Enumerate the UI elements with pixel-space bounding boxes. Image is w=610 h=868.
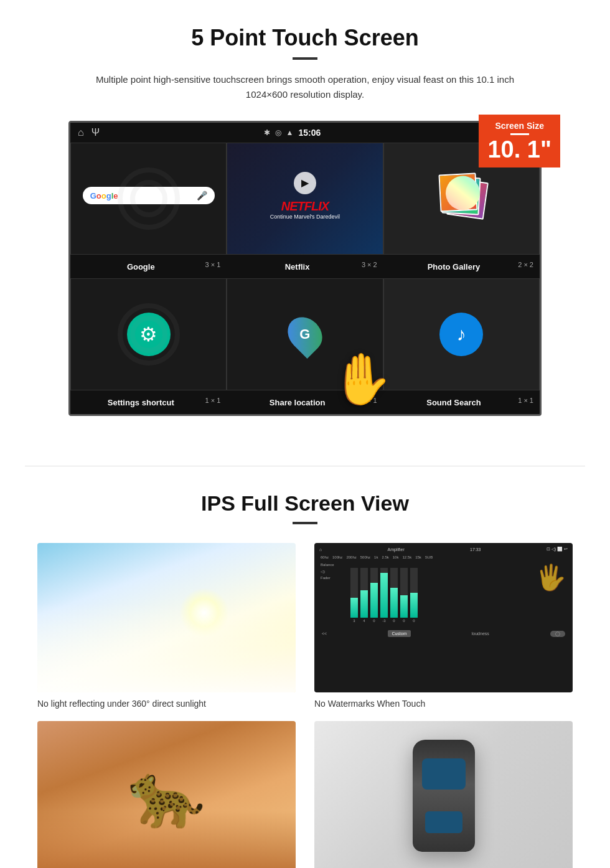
feature-amplifier: ⌂ Amplifier 17:33 ⊡ ◁) ⬜ ↩ 60hz100hz200h… [314,543,573,709]
amp-hand-icon: 🖐 [535,563,566,592]
bluetooth-icon: ✱ [264,128,270,137]
app-grid-row1: Google 🎤 ▶ NETFLIX [70,143,540,255]
netflix-subtitle: Continue Marvel's Daredevil [270,214,340,220]
signal-icon: ▲ [286,128,294,137]
app-cell-google[interactable]: Google 🎤 [70,143,227,255]
gallery-app-name: Photo Gallery [428,262,481,271]
amplifier-image: ⌂ Amplifier 17:33 ⊡ ◁) ⬜ ↩ 60hz100hz200h… [314,543,573,692]
location-icon: ◎ [275,128,281,137]
amp-time: 17:33 [470,547,481,552]
app-label-sound: Sound Search 1 × 1 [383,394,540,410]
car-shape [413,740,475,852]
sunlight-label: No light reflecting under 360° direct su… [37,699,296,709]
sound-app-size: 1 × 1 [518,397,533,404]
section-divider-line [25,466,585,466]
badge-size: 10. 1" [487,136,551,163]
badge-title: Screen Size [487,121,551,131]
car-windshield [422,758,466,790]
cheetah-bg: 🐆 [37,721,296,868]
usb-icon: Ψ [92,127,100,138]
section1-title: 5 Point Touch Screen [37,25,573,51]
gallery-app-size: 2 × 2 [518,261,533,268]
feature-sunlight: No light reflecting under 360° direct su… [37,543,296,709]
section-ips: IPS Full Screen View No light reflecting… [0,491,610,868]
netflix-app-name: Netflix [285,262,310,271]
status-bar-left: ⌂ Ψ [78,127,100,138]
status-bar-center: ✱ ◎ ▲ 15:06 [264,128,321,138]
status-time: 15:06 [298,128,321,138]
badge-divider [510,133,529,135]
screen-size-badge: Screen Size 10. 1" [479,115,560,167]
section1-description: Multiple point high-sensitive touchscree… [87,72,523,102]
amp-home-icon: ⌂ [319,547,322,552]
netflix-logo: NETFLIX [281,199,329,213]
tablet-screen: ⌂ Ψ ✱ ◎ ▲ 15:06 ⊡ ◁) ✕ ⬜ [68,121,542,416]
cheetah-image: 🐆 [37,721,296,868]
sunlight-bg [37,543,296,692]
share-app-name: Share location [270,398,326,407]
amp-header: ⌂ Amplifier 17:33 ⊡ ◁) ⬜ ↩ [318,547,569,552]
google-app-size: 3 × 1 [205,261,221,268]
amplifier-bg: ⌂ Amplifier 17:33 ⊡ ◁) ⬜ ↩ 60hz100hz200h… [314,543,573,692]
settings-ghost-circles [71,279,226,390]
app-labels-row2: Settings shortcut 1 × 1 Share location 1… [70,390,540,414]
netflix-app-size: 3 × 2 [362,261,377,268]
app-cell-netflix[interactable]: ▶ NETFLIX Continue Marvel's Daredevil [227,143,383,255]
sound-icon-wrapper: ♪ [439,313,483,356]
app-labels-row1: Google 3 × 1 Netflix 3 × 2 Photo Gallery… [70,255,540,278]
photo-item-3 [439,172,478,212]
google-app-name: Google [127,262,155,271]
amplifier-label: No Watermarks When Touch [314,699,573,709]
device-mockup: Screen Size 10. 1" ⌂ Ψ ✱ ◎ ▲ 15:06 ⊡ [68,121,542,416]
status-bar: ⌂ Ψ ✱ ◎ ▲ 15:06 ⊡ ◁) ✕ ⬜ [70,123,540,143]
sound-app-name: Sound Search [426,398,481,407]
music-note-icon: ♪ [457,324,466,345]
car-rear-window [425,811,462,833]
app-label-settings: Settings shortcut 1 × 1 [70,394,227,410]
section-touch-screen: 5 Point Touch Screen Multiple point high… [0,0,610,428]
car-bg [314,721,573,868]
photo-flower [444,174,482,212]
amp-bars: 3 4 0 -3 [348,563,530,625]
app-cell-sound[interactable]: ♪ [383,278,540,390]
play-button[interactable]: ▶ [294,172,316,194]
features-grid: No light reflecting under 360° direct su… [37,543,573,868]
app-cell-share[interactable]: G 🤚 [227,278,383,390]
hand-pointing-icon: 🤚 [330,350,392,408]
section2-title: IPS Full Screen View [37,491,573,516]
amp-title: Amplifier [388,547,405,552]
app-label-google: Google 3 × 1 [70,258,227,275]
settings-app-name: Settings shortcut [108,398,174,407]
netflix-content: ▶ NETFLIX Continue Marvel's Daredevil [227,143,382,254]
app-label-gallery: Photo Gallery 2 × 2 [383,258,540,275]
app-label-netflix: Netflix 3 × 2 [227,258,383,275]
app-cell-settings[interactable]: ⚙ [70,278,227,390]
title-divider [293,57,317,60]
home-icon: ⌂ [78,127,84,138]
amp-icons: ⊡ ◁) ⬜ ↩ [547,547,568,552]
settings-app-size: 1 × 1 [205,397,221,404]
photo-stack [436,174,486,224]
ghost-circles [71,143,226,254]
feature-cheetah: 🐆 Super Fast Response [37,721,296,868]
feature-car: Large Viewing Angle [314,721,573,868]
section2-divider [293,522,317,524]
app-grid-row2: ⚙ G 🤚 ♪ [70,278,540,390]
car-image [314,721,573,868]
sunlight-image [37,543,296,692]
